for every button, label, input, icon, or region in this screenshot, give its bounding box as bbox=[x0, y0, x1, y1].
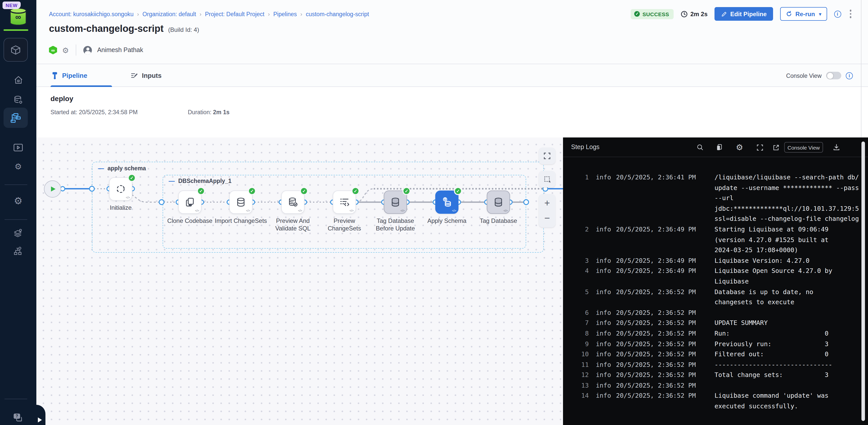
breadcrumb-account[interactable]: Account: kurosakiichigo.songoku bbox=[49, 11, 133, 17]
sidebar-item-pipeline-settings[interactable]: ⚙ bbox=[0, 158, 36, 175]
breadcrumb-project[interactable]: Project: Default Project bbox=[205, 11, 264, 17]
node-tag-database[interactable]: </> bbox=[487, 191, 510, 214]
log-settings-button[interactable]: ⚙ bbox=[735, 142, 744, 152]
rerun-label: Re-run bbox=[796, 10, 815, 18]
breadcrumb-pipelines[interactable]: Pipelines bbox=[273, 11, 297, 17]
pipeline-start-node[interactable] bbox=[44, 180, 61, 197]
tab-inputs[interactable]: Inputs bbox=[130, 64, 162, 87]
node-label: Preview ChangeSets bbox=[317, 217, 372, 232]
author-name: Animesh Pathak bbox=[97, 47, 143, 54]
sidebar-item-org-settings[interactable] bbox=[0, 243, 36, 260]
pencil-icon bbox=[721, 11, 727, 17]
svg-text:∞: ∞ bbox=[16, 12, 21, 22]
breadcrumb-organization[interactable]: Organization: default bbox=[143, 11, 196, 17]
avatar bbox=[84, 46, 92, 54]
copy-icon bbox=[715, 143, 723, 151]
sidebar-divider bbox=[4, 219, 27, 220]
node-clone-codebase[interactable]: ✓ </> bbox=[178, 191, 202, 214]
node-apply-schema-selected[interactable]: ✓ </> bbox=[435, 191, 459, 214]
log-fullscreen-button[interactable] bbox=[755, 142, 765, 152]
success-badge-icon: ✓ bbox=[248, 187, 256, 195]
fullscreen-icon bbox=[756, 144, 763, 151]
node-import-changesets[interactable]: ✓ </> bbox=[229, 191, 252, 214]
tab-pipeline-label: Pipeline bbox=[62, 72, 87, 79]
node-initialize[interactable]: ✓ </> bbox=[109, 177, 132, 200]
canvas-zoom-controls: + − bbox=[539, 194, 555, 227]
log-row: 2info20/5/2025, 2:36:49 PMStarting Liqui… bbox=[563, 224, 864, 256]
vertical-divider bbox=[76, 45, 76, 56]
new-badge: NEW bbox=[2, 1, 21, 9]
canvas-select-tool-button[interactable] bbox=[539, 171, 555, 188]
external-link-icon bbox=[772, 144, 779, 151]
db-devops-logo-icon[interactable]: ∞ bbox=[8, 7, 28, 26]
success-badge-icon: ✓ bbox=[300, 187, 308, 195]
log-row: 6info20/5/2025, 2:36:52 PM bbox=[563, 308, 864, 318]
main-area: Account: kurosakiichigo.songoku › Organi… bbox=[36, 0, 868, 425]
stage-started: Started at: 20/5/2025, 2:34:58 PM bbox=[51, 109, 137, 115]
sidebar-item-environments[interactable] bbox=[0, 224, 36, 242]
log-console-view-button[interactable]: Console View bbox=[784, 142, 823, 152]
tab-pipeline[interactable]: Pipeline bbox=[52, 64, 87, 87]
logo-underline bbox=[3, 29, 28, 31]
cube-icon bbox=[10, 44, 21, 55]
breadcrumb: Account: kurosakiichigo.songoku › Organi… bbox=[49, 11, 369, 17]
download-icon bbox=[833, 143, 840, 151]
log-body[interactable]: 1info20/5/2025, 2:36:41 PM/liquibase/liq… bbox=[563, 157, 864, 425]
console-view-toggle[interactable] bbox=[826, 72, 841, 79]
sidebar: NEW ∞ ⚙ ⚙ bbox=[0, 0, 36, 425]
home-icon bbox=[13, 75, 23, 85]
log-download-button[interactable] bbox=[832, 142, 841, 152]
page-header: Account: kurosakiichigo.songoku › Organi… bbox=[36, 0, 868, 64]
pipeline-type-icon: ∞ bbox=[49, 46, 57, 54]
log-copy-button[interactable] bbox=[714, 142, 724, 152]
sidebar-item-executions[interactable] bbox=[0, 139, 36, 156]
database-check-icon bbox=[287, 197, 299, 208]
sidebar-item-databases[interactable] bbox=[0, 91, 36, 109]
node-tag-database-before-update[interactable]: ✓ </> bbox=[384, 191, 407, 214]
sidebar-item-settings[interactable]: ⚙ bbox=[0, 192, 36, 209]
log-scrollbar[interactable] bbox=[862, 142, 865, 421]
breadcrumb-current[interactable]: custom-changelog-script bbox=[306, 11, 369, 17]
node-preview-and-validate-sql[interactable]: ✓ </> bbox=[281, 191, 305, 214]
log-row: 7info20/5/2025, 2:36:52 PMUPDATE SUMMARY bbox=[563, 318, 864, 329]
stage-name: deploy bbox=[51, 94, 73, 103]
database-icon bbox=[390, 197, 401, 208]
copy-icon bbox=[184, 197, 195, 208]
chevron-down-icon[interactable]: ▾ bbox=[819, 11, 821, 17]
changeset-list-icon bbox=[339, 197, 350, 208]
selection-tool-icon bbox=[543, 175, 551, 183]
zoom-out-button[interactable]: − bbox=[539, 211, 555, 226]
node-preview-changesets[interactable]: ✓ </> bbox=[333, 191, 356, 214]
info-icon[interactable]: i bbox=[834, 10, 841, 18]
sidebar-divider bbox=[4, 399, 27, 399]
log-row: 1info20/5/2025, 2:36:41 PM/liquibase/liq… bbox=[563, 172, 864, 224]
edit-pipeline-button[interactable]: Edit Pipeline bbox=[715, 7, 773, 21]
info-icon[interactable]: i bbox=[846, 72, 853, 79]
pipeline-canvas[interactable]: — apply schema — DBSchemaApply_1 bbox=[36, 138, 563, 425]
executions-icon bbox=[13, 143, 23, 152]
database-icon bbox=[235, 197, 246, 208]
module-selector-button[interactable] bbox=[3, 38, 28, 62]
zoom-in-button[interactable]: + bbox=[539, 196, 555, 211]
page-scrollbar-track bbox=[861, 0, 862, 138]
log-open-external-button[interactable] bbox=[771, 142, 781, 152]
gear-icon: ⚙ bbox=[736, 143, 743, 151]
apply-schema-icon bbox=[441, 196, 453, 208]
log-row: 3info20/5/2025, 2:36:49 PMLiquibase Vers… bbox=[563, 256, 864, 266]
log-search-button[interactable] bbox=[695, 142, 705, 152]
sidebar-item-help[interactable]: ? bbox=[0, 409, 36, 425]
clock-icon bbox=[681, 10, 688, 18]
app: NEW ∞ ⚙ ⚙ bbox=[0, 0, 868, 425]
node-label: Import ChangeSets bbox=[213, 217, 269, 225]
gear-icon[interactable]: ⚙ bbox=[62, 46, 69, 54]
canvas-fullscreen-button[interactable] bbox=[539, 147, 555, 164]
more-options-button[interactable] bbox=[848, 8, 853, 20]
play-icon bbox=[51, 186, 55, 191]
sidebar-item-home[interactable] bbox=[0, 71, 36, 88]
log-row: 5info20/5/2025, 2:36:52 PMDatabase is up… bbox=[563, 287, 864, 308]
sidebar-divider bbox=[4, 185, 27, 185]
sidebar-item-pipelines-active[interactable] bbox=[3, 108, 28, 128]
success-badge-icon: ✓ bbox=[197, 187, 205, 195]
code-glyph: </> bbox=[298, 209, 302, 212]
rerun-button[interactable]: Re-run ▾ bbox=[780, 7, 827, 21]
